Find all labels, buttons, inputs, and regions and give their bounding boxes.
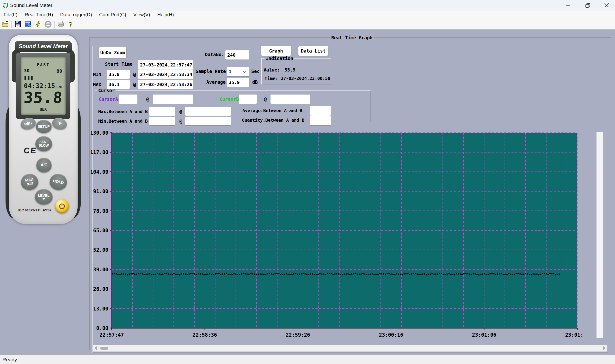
start-time-label: Start Time	[105, 61, 131, 67]
min-between-label: Min.Between A and B	[98, 118, 148, 124]
max-label: MAX	[93, 82, 101, 87]
scroll-right-arrow-icon[interactable]	[603, 346, 606, 350]
minimize-button-icon[interactable]	[560, 0, 576, 11]
undo-zoom-button[interactable]: UnDo Zoom	[99, 47, 126, 58]
graph-button[interactable]: Graph	[261, 46, 291, 56]
svg-text:117.00: 117.00	[91, 149, 108, 155]
menu-file[interactable]: File(F)	[0, 11, 21, 19]
min-label: MIN	[93, 72, 101, 77]
data-list-button[interactable]: Data List	[298, 46, 328, 56]
at-sign: @	[133, 72, 136, 77]
stop-icon[interactable]	[43, 20, 53, 28]
print-icon[interactable]	[56, 20, 66, 28]
indication-time-label: Time:	[264, 76, 278, 81]
svg-text:22:57:47: 22:57:47	[99, 332, 124, 338]
about-icon[interactable]: ?	[66, 20, 76, 28]
max-between-time-field[interactable]	[185, 107, 231, 116]
toolbar-separator	[77, 21, 77, 28]
cursor-a-label: CursorA	[99, 96, 118, 102]
svg-text:78.00: 78.00	[93, 208, 108, 214]
sound-level-meter-window: Sound Level Meter File(F) Real Time(R) D…	[0, 0, 615, 364]
sample-rate-unit: Sec	[251, 69, 260, 74]
lcd-value: 35.8	[20, 89, 66, 106]
average-field[interactable]: 35.9	[227, 78, 249, 87]
lcd-bargraph	[24, 76, 34, 80]
cursor-a-value-field[interactable]	[119, 94, 137, 104]
max-between-value-field[interactable]	[149, 107, 175, 116]
cursor-b-label: CursorB	[219, 96, 239, 102]
lcd-range-high: 80	[56, 68, 62, 74]
max-time-field[interactable]: 27-03-2024,22:58:26	[138, 80, 193, 89]
svg-text:91.00: 91.00	[93, 189, 108, 194]
indication-time: 27-03-2024,23:00:50	[281, 76, 330, 81]
device-level-button: LEVEL	[35, 189, 53, 204]
menu-com-port[interactable]: Com Port(C)	[96, 11, 130, 19]
data-no-field[interactable]: 240	[225, 50, 249, 60]
svg-text:130.00: 130.00	[91, 130, 108, 136]
sample-rate-select[interactable]: 1	[227, 67, 249, 76]
min-between-time-field[interactable]	[185, 117, 231, 125]
chart-horizontal-scrollbar[interactable]	[93, 345, 607, 351]
min-between-value-field[interactable]	[149, 117, 175, 125]
save-icon[interactable]	[13, 20, 23, 28]
min-time-field[interactable]: 27-03-2024,22:58:34	[138, 70, 193, 79]
title-bar: Sound Level Meter	[0, 0, 615, 11]
lcd-screen: FAST 30 80 04:32:15TIME 35.8 dBA	[21, 57, 66, 115]
realtime-start-icon[interactable]	[33, 20, 43, 28]
cursor-b-value-field[interactable]	[239, 94, 257, 104]
quantity-between-value-field[interactable]	[310, 116, 331, 125]
horizontal-scroll-thumb[interactable]	[100, 347, 108, 350]
svg-text:52.00: 52.00	[93, 247, 108, 253]
cursor-group: Cursor CursorA @ CursorB @ Max.Between A…	[95, 88, 371, 122]
start-time-field[interactable]: 27-03-2024,22:57:47	[138, 60, 193, 70]
svg-text:22:58:36: 22:58:36	[193, 332, 217, 338]
menu-view[interactable]: View(V)	[130, 11, 154, 19]
chart-vertical-scrollbar[interactable]	[597, 132, 603, 338]
svg-text:39.00: 39.00	[93, 267, 108, 273]
open-file-icon[interactable]	[0, 20, 10, 28]
menu-datalogger[interactable]: DataLogger(D)	[57, 11, 96, 19]
toolbar: ?	[0, 19, 615, 29]
average-label: Average	[206, 79, 226, 85]
svg-text:104.00: 104.00	[91, 169, 108, 175]
lcd-elapsed-time: 04:32:15TIME	[21, 82, 66, 90]
min-value-field[interactable]: 35.8	[107, 70, 130, 79]
svg-text:23:01:56: 23:01:56	[565, 332, 583, 338]
at-sign: @	[133, 82, 136, 87]
svg-text:0.00: 0.00	[96, 325, 108, 331]
device-ac-button: A/C	[36, 158, 52, 172]
indication-legend: Indication	[264, 56, 294, 61]
max-value-field[interactable]: 36.1	[107, 80, 130, 89]
ce-mark: CE	[23, 146, 38, 155]
lcd-range-low: 30	[24, 68, 29, 73]
down-triangle-icon	[42, 198, 45, 200]
restore-button-icon[interactable]	[579, 0, 596, 11]
indication-value-label: Value:	[263, 67, 280, 72]
sample-rate-label: Sample Rate	[196, 69, 226, 74]
cursor-b-time-field[interactable]	[271, 94, 310, 104]
menu-bar: File(F) Real Time(R) DataLogger(D) Com P…	[0, 11, 615, 19]
cursor-a-time-field[interactable]	[153, 94, 193, 104]
lcd-time-suffix: TIME	[55, 85, 62, 89]
chevron-down-icon	[243, 69, 247, 73]
vertical-scroll-thumb[interactable]	[600, 135, 600, 142]
close-button-icon[interactable]	[598, 0, 615, 11]
realtime-chart[interactable]: 130.00117.00104.0091.0078.0065.0052.0039…	[91, 129, 583, 345]
menu-real-time[interactable]: Real Time(R)	[21, 11, 57, 19]
average-unit: dB	[252, 79, 258, 85]
app-icon	[2, 2, 9, 8]
svg-text:?: ?	[69, 21, 73, 28]
svg-text:26.00: 26.00	[93, 286, 108, 292]
svg-text:23:01:06: 23:01:06	[472, 332, 496, 338]
svg-text:23:00:16: 23:00:16	[379, 332, 403, 338]
menu-help[interactable]: Help(H)	[154, 11, 178, 19]
average-between-value-field[interactable]	[310, 106, 331, 116]
at-sign: @	[146, 96, 149, 102]
average-between-label: Average.Between A and B	[242, 108, 302, 113]
datalogger-icon[interactable]	[23, 20, 33, 28]
device-certification-text: IEC 61672-1 CLASS2	[13, 208, 56, 212]
scroll-left-arrow-icon[interactable]	[95, 346, 97, 350]
cursor-legend: Cursor	[97, 88, 116, 93]
data-no-label: DataNo.	[205, 52, 224, 57]
lcd-unit: dBA	[21, 107, 66, 112]
